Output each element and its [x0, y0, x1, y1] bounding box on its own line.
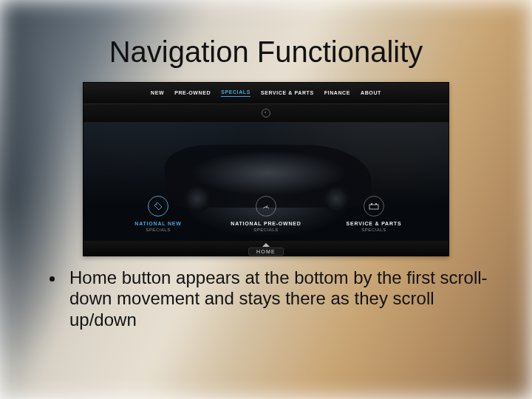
hero-item-label: NATIONAL NEW — [106, 221, 210, 226]
nav-item-specials[interactable]: SPECIALS — [221, 89, 250, 97]
nav-item-new[interactable]: NEW — [151, 90, 164, 97]
gauge-icon — [256, 196, 276, 216]
slide: Navigation Functionality NEW PRE-OWNED S… — [0, 0, 532, 399]
bullet-item: Home button appears at the bottom by the… — [65, 267, 488, 330]
nav-item-finance[interactable]: FINANCE — [324, 90, 350, 97]
svg-point-0 — [156, 204, 157, 205]
screenshot-footer: HOME — [83, 241, 449, 256]
nav-item-about[interactable]: ABOUT — [361, 90, 381, 97]
home-button[interactable]: HOME — [248, 248, 284, 256]
hero-item-sub: SPECIALS — [106, 228, 210, 232]
hero-item-sub: SPECIALS — [322, 228, 426, 232]
top-nav: NEW PRE-OWNED SPECIALS SERVICE & PARTS F… — [83, 83, 449, 104]
embedded-screenshot: NEW PRE-OWNED SPECIALS SERVICE & PARTS F… — [83, 82, 449, 256]
hero-items-row: NATIONAL NEW SPECIALS NATIONAL PRE-OWNED… — [83, 196, 449, 232]
hero-area: NATIONAL NEW SPECIALS NATIONAL PRE-OWNED… — [83, 123, 449, 241]
hero-item-sub: SPECIALS — [214, 228, 318, 232]
brand-logo-icon — [262, 109, 270, 117]
battery-icon — [364, 196, 384, 216]
hero-item-service-parts[interactable]: SERVICE & PARTS SPECIALS — [322, 196, 426, 232]
hero-item-label: NATIONAL PRE-OWNED — [214, 221, 318, 226]
bullet-list: Home button appears at the bottom by the… — [49, 267, 488, 330]
sub-bar — [83, 104, 449, 123]
nav-item-service[interactable]: SERVICE & PARTS — [261, 90, 314, 97]
hero-item-national-preowned[interactable]: NATIONAL PRE-OWNED SPECIALS — [214, 196, 318, 232]
tag-icon — [148, 196, 168, 216]
svg-rect-2 — [369, 205, 378, 209]
svg-rect-3 — [371, 203, 372, 205]
chevron-up-icon[interactable] — [262, 243, 270, 247]
slide-title: Navigation Functionality — [0, 35, 532, 69]
nav-item-preowned[interactable]: PRE-OWNED — [174, 90, 211, 97]
svg-rect-4 — [375, 203, 377, 205]
hero-item-label: SERVICE & PARTS — [322, 221, 426, 226]
hero-item-national-new[interactable]: NATIONAL NEW SPECIALS — [106, 196, 210, 232]
